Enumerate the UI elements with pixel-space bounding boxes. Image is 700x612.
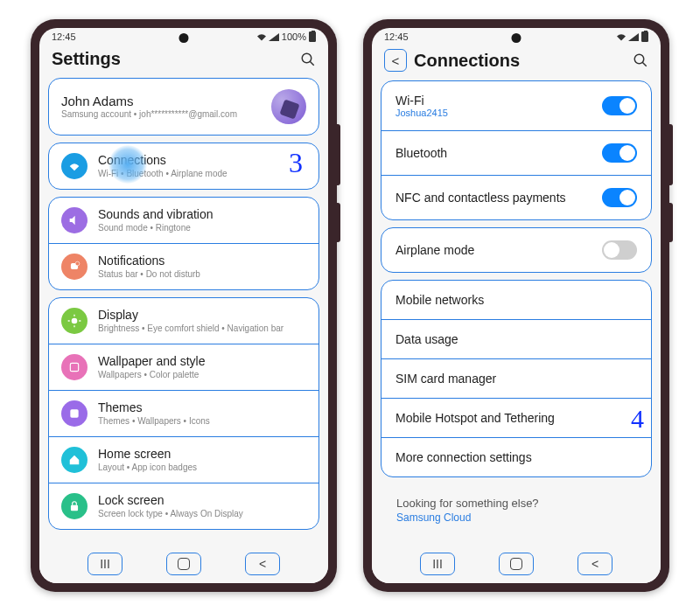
connection-item-sim-card-manager[interactable]: SIM card manager <box>382 358 651 398</box>
account-card[interactable]: John Adams Samsung account • joh********… <box>48 78 319 136</box>
page-title: Connections <box>414 51 520 71</box>
settings-item-home-screen[interactable]: Home screenLayout • App icon badges <box>49 436 318 483</box>
settings-item-sounds-and-vibration[interactable]: Sounds and vibrationSound mode • Rington… <box>49 198 318 243</box>
item-title: SIM card manager <box>396 372 496 386</box>
item-title: Mobile Hotspot and Tethering <box>396 411 555 425</box>
nav-back-button[interactable]: < <box>245 553 280 575</box>
item-title: NFC and contactless payments <box>396 191 566 205</box>
svg-point-0 <box>302 53 312 63</box>
phone-right: 12:45 < Connections Wi-FiJoshua2415Bluet… <box>363 19 669 592</box>
svg-line-13 <box>642 62 647 66</box>
svg-line-1 <box>310 61 314 66</box>
settings-group: ConnectionsWi-Fi • Bluetooth • Airplane … <box>48 143 319 190</box>
wall-icon <box>61 354 88 380</box>
item-title: More connection settings <box>396 450 532 464</box>
sun-icon <box>61 308 88 334</box>
item-sub: Brightness • Eye comfort shield • Naviga… <box>98 323 306 334</box>
svg-point-12 <box>634 54 644 64</box>
account-avatar <box>271 89 306 124</box>
status-time: 12:45 <box>52 31 76 42</box>
item-sub: Sound mode • Ringtone <box>98 222 306 233</box>
settings-item-display[interactable]: DisplayBrightness • Eye comfort shield •… <box>49 298 318 344</box>
account-sub: Samsung account • joh***********@gmail.c… <box>61 108 262 120</box>
header: Settings <box>39 44 328 78</box>
connections-list[interactable]: Wi-FiJoshua2415BluetoothNFC and contactl… <box>372 80 661 548</box>
search-icon[interactable] <box>300 52 316 67</box>
nav-back-button[interactable]: < <box>578 553 612 575</box>
connection-item-more-connection-settings[interactable]: More connection settings <box>382 437 651 476</box>
bell-icon <box>61 254 88 280</box>
battery-icon <box>309 31 316 42</box>
item-title: Wi-Fi <box>396 94 448 108</box>
toggle-switch[interactable] <box>602 188 637 207</box>
step-marker: 4 <box>631 404 644 434</box>
status-icons <box>256 33 279 41</box>
toggle-switch[interactable] <box>602 240 637 260</box>
settings-item-wallpaper-and-style[interactable]: Wallpaper and styleWallpapers • Color pa… <box>49 344 318 390</box>
item-title: Mobile networks <box>396 293 484 307</box>
item-title: Wallpaper and style <box>98 354 306 369</box>
search-icon[interactable] <box>633 52 648 68</box>
connection-item-data-usage[interactable]: Data usage <box>382 319 651 358</box>
nav-home-button[interactable] <box>499 553 534 575</box>
page-title: Settings <box>52 49 121 69</box>
status-battery: 100% <box>282 31 306 42</box>
item-sub: Wallpapers • Color palette <box>98 369 306 380</box>
account-name: John Adams <box>61 94 262 108</box>
toggle-switch[interactable] <box>602 143 637 163</box>
item-sub: Themes • Wallpapers • Icons <box>98 415 306 427</box>
back-button[interactable]: < <box>384 49 407 72</box>
wifi-icon <box>61 153 88 179</box>
home-icon <box>61 447 88 473</box>
signal-icon <box>269 33 279 41</box>
item-title: Themes <box>98 400 306 415</box>
item-title: Data usage <box>396 332 458 346</box>
connections-group: Airplane mode <box>381 227 652 273</box>
settings-item-lock-screen[interactable]: Lock screenScreen lock type • Always On … <box>49 483 318 529</box>
theme-icon <box>61 400 88 427</box>
nav-recent-button[interactable]: III <box>420 553 455 575</box>
svg-point-3 <box>75 261 80 266</box>
item-title: Lock screen <box>98 493 306 508</box>
connection-item-wi-fi[interactable]: Wi-FiJoshua2415 <box>382 81 651 130</box>
connections-group: Wi-FiJoshua2415BluetoothNFC and contactl… <box>381 80 652 220</box>
connection-item-mobile-hotspot-and-tethering[interactable]: Mobile Hotspot and Tethering4 <box>382 398 651 437</box>
connection-item-nfc-and-contactless-payments[interactable]: NFC and contactless payments <box>382 175 651 219</box>
connection-item-bluetooth[interactable]: Bluetooth <box>382 130 651 175</box>
connections-group: Mobile networksData usageSIM card manage… <box>381 280 652 477</box>
connection-item-mobile-networks[interactable]: Mobile networks <box>382 281 651 319</box>
svg-rect-9 <box>70 363 78 371</box>
status-time: 12:45 <box>384 31 409 42</box>
item-sub: Wi-Fi • Bluetooth • Airplane mode <box>98 168 306 179</box>
step-marker: 3 <box>289 147 303 179</box>
nav-bar: III < <box>39 548 328 583</box>
settings-group: Sounds and vibrationSound mode • Rington… <box>48 197 319 290</box>
status-icons <box>616 33 639 41</box>
settings-list[interactable]: John Adams Samsung account • joh********… <box>39 78 328 548</box>
nav-recent-button[interactable]: III <box>88 553 122 575</box>
settings-item-notifications[interactable]: NotificationsStatus bar • Do not disturb <box>49 243 318 289</box>
settings-item-connections[interactable]: ConnectionsWi-Fi • Bluetooth • Airplane … <box>49 143 318 189</box>
toggle-switch[interactable] <box>602 96 637 115</box>
svg-point-4 <box>72 318 78 324</box>
item-title: Home screen <box>98 447 306 462</box>
footer-hint: Looking for something else? <box>381 484 652 511</box>
nav-bar: III < <box>372 548 661 583</box>
settings-item-themes[interactable]: ThemesThemes • Wallpapers • Icons <box>49 390 318 436</box>
settings-group: DisplayBrightness • Eye comfort shield •… <box>48 297 319 530</box>
item-title: Notifications <box>98 254 306 268</box>
footer-link[interactable]: Samsung Cloud <box>381 511 652 524</box>
item-sub: Layout • App icon badges <box>98 462 306 473</box>
screen: 12:45 100% Settings John Adams <box>39 28 328 583</box>
front-camera <box>512 33 522 43</box>
header: < Connections <box>372 44 661 80</box>
wifi-icon <box>616 33 626 41</box>
battery-icon <box>641 31 648 42</box>
connection-item-airplane-mode[interactable]: Airplane mode <box>382 228 651 272</box>
svg-rect-10 <box>70 409 78 417</box>
screen: 12:45 < Connections Wi-FiJoshua2415Bluet… <box>372 28 661 583</box>
item-title: Bluetooth <box>396 146 447 160</box>
nav-home-button[interactable] <box>166 553 201 575</box>
svg-rect-11 <box>71 505 78 511</box>
phone-left: 12:45 100% Settings John Adams <box>31 19 337 592</box>
